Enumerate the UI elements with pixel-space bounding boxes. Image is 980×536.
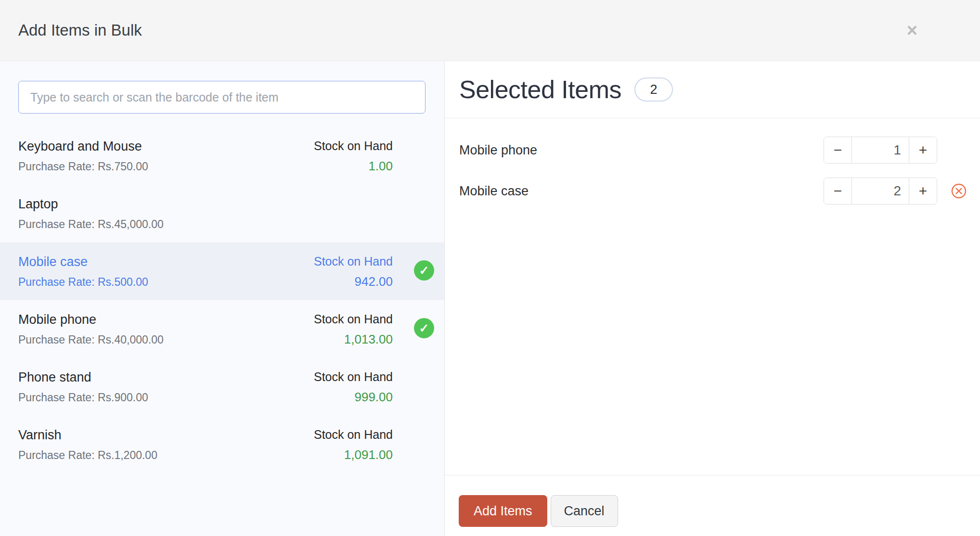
- item-purchase-rate: Purchase Rate: Rs.500.00: [18, 276, 148, 289]
- remove-item-icon[interactable]: [951, 183, 967, 199]
- selected-items-title: Selected Items: [459, 75, 621, 104]
- item-info: Laptop Purchase Rate: Rs.45,000.00: [18, 197, 164, 242]
- item-name: Laptop: [18, 197, 164, 212]
- quantity-decrease-button[interactable]: −: [824, 178, 852, 204]
- item-stock: Stock on Hand 1.00: [314, 139, 393, 185]
- item-stock: Stock on Hand 1,091.00: [314, 428, 393, 473]
- selected-items-panel: Selected Items 2 Mobile phone − + Mobile…: [445, 61, 980, 536]
- selected-item-name: Mobile phone: [459, 143, 537, 158]
- stock-on-hand-value: 999.00: [314, 390, 393, 405]
- stock-on-hand-label: Stock on Hand: [314, 312, 393, 326]
- item-list: Keyboard and Mouse Purchase Rate: Rs.750…: [0, 127, 444, 473]
- selected-count-badge: 2: [634, 77, 673, 102]
- close-icon[interactable]: ×: [907, 21, 917, 39]
- selected-items-header: Selected Items 2: [445, 61, 980, 118]
- stock-on-hand-value: 942.00: [314, 274, 393, 289]
- item-info: Mobile case Purchase Rate: Rs.500.00: [18, 255, 148, 300]
- item-name: Keyboard and Mouse: [18, 139, 148, 154]
- item-purchase-rate: Purchase Rate: Rs.900.00: [18, 391, 148, 404]
- item-name: Phone stand: [18, 370, 148, 385]
- add-items-button[interactable]: Add Items: [459, 495, 547, 527]
- quantity-controls: − +: [824, 137, 967, 164]
- quantity-decrease-button[interactable]: −: [824, 137, 852, 163]
- stock-on-hand-label: Stock on Hand: [314, 428, 393, 442]
- remove-slot: [951, 183, 967, 199]
- item-purchase-rate: Purchase Rate: Rs.40,000.00: [18, 333, 164, 346]
- item-stock: Stock on Hand 942.00: [314, 255, 393, 300]
- item-purchase-rate: Purchase Rate: Rs.1,200.00: [18, 449, 157, 462]
- footer: Add Items Cancel: [445, 475, 980, 536]
- quantity-input[interactable]: [852, 178, 909, 204]
- selected-item-name: Mobile case: [459, 184, 529, 199]
- item-row[interactable]: Laptop Purchase Rate: Rs.45,000.00 ✓: [0, 185, 444, 242]
- search-input[interactable]: [18, 81, 426, 114]
- item-name: Varnish: [18, 428, 157, 443]
- stock-on-hand-label: Stock on Hand: [314, 255, 393, 268]
- item-info: Mobile phone Purchase Rate: Rs.40,000.00: [18, 312, 164, 358]
- item-info: Varnish Purchase Rate: Rs.1,200.00: [18, 428, 157, 473]
- cancel-button[interactable]: Cancel: [551, 495, 618, 527]
- item-row[interactable]: Mobile phone Purchase Rate: Rs.40,000.00…: [0, 300, 444, 358]
- selected-check-icon: ✓: [414, 260, 434, 281]
- quantity-controls: − +: [824, 178, 967, 204]
- item-row[interactable]: Varnish Purchase Rate: Rs.1,200.00 Stock…: [0, 416, 444, 473]
- stock-on-hand-label: Stock on Hand: [314, 139, 393, 153]
- item-stock: Stock on Hand 999.00: [314, 370, 393, 416]
- item-info: Phone stand Purchase Rate: Rs.900.00: [18, 370, 148, 416]
- stock-on-hand-label: Stock on Hand: [314, 370, 393, 384]
- modal-header: Add Items in Bulk ×: [0, 0, 980, 61]
- item-purchase-rate: Purchase Rate: Rs.45,000.00: [18, 218, 164, 231]
- quantity-stepper: − +: [824, 178, 937, 204]
- item-row[interactable]: Phone stand Purchase Rate: Rs.900.00 Sto…: [0, 358, 444, 416]
- modal-body: Keyboard and Mouse Purchase Rate: Rs.750…: [0, 61, 980, 536]
- stock-on-hand-value: 1,091.00: [314, 447, 393, 462]
- item-row[interactable]: Keyboard and Mouse Purchase Rate: Rs.750…: [0, 127, 444, 185]
- stock-on-hand-value: 1,013.00: [314, 332, 393, 347]
- item-info: Keyboard and Mouse Purchase Rate: Rs.750…: [18, 139, 148, 185]
- quantity-stepper: − +: [824, 137, 937, 164]
- quantity-increase-button[interactable]: +: [909, 137, 937, 163]
- selected-item-row: Mobile phone − +: [459, 137, 967, 164]
- item-name: Mobile phone: [18, 312, 164, 327]
- item-stock: Stock on Hand 1,013.00: [314, 312, 393, 358]
- selected-check-icon: ✓: [414, 318, 434, 338]
- selected-item-row: Mobile case − +: [459, 178, 967, 204]
- item-name: Mobile case: [18, 255, 148, 269]
- quantity-input[interactable]: [852, 137, 909, 163]
- quantity-increase-button[interactable]: +: [909, 178, 937, 204]
- item-row[interactable]: Mobile case Purchase Rate: Rs.500.00 Sto…: [0, 242, 444, 300]
- item-search-panel: Keyboard and Mouse Purchase Rate: Rs.750…: [0, 61, 445, 536]
- stock-on-hand-value: 1.00: [314, 159, 393, 174]
- item-purchase-rate: Purchase Rate: Rs.750.00: [18, 160, 148, 173]
- selected-items-list: Mobile phone − + Mobile case − +: [445, 118, 980, 475]
- modal-title: Add Items in Bulk: [18, 21, 142, 39]
